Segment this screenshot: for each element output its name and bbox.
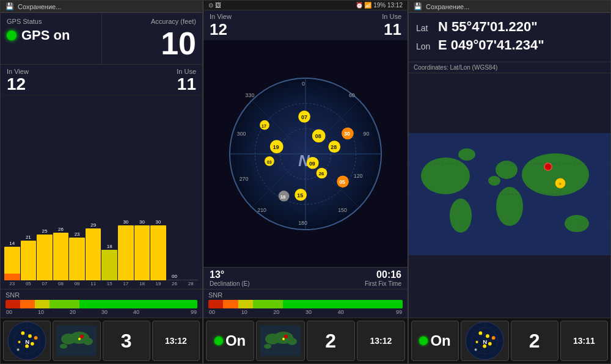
thumb-radar-left[interactable]: N xyxy=(3,321,51,361)
on-dot-mid xyxy=(214,337,223,345)
bar-body xyxy=(86,228,101,280)
svg-text:17: 17 xyxy=(262,123,266,128)
view-use-row-left: In View 12 In Use 11 xyxy=(1,65,202,96)
svg-point-72 xyxy=(496,161,518,179)
snr-green2 xyxy=(79,300,197,308)
svg-text:210: 210 xyxy=(257,206,266,213)
svg-point-91 xyxy=(476,341,478,343)
svg-point-89 xyxy=(479,331,483,335)
bar-label: 07 xyxy=(42,281,47,286)
svg-text:09: 09 xyxy=(309,160,315,166)
lat-value: N 55°47'01.220" xyxy=(438,19,538,35)
fix-time-label: First Fix Time xyxy=(365,280,401,287)
lon-row: Lon E 049°07'41.234" xyxy=(416,37,603,53)
svg-text:330: 330 xyxy=(246,92,255,98)
svg-point-7 xyxy=(18,341,21,343)
bar-body xyxy=(53,233,69,280)
svg-point-5 xyxy=(21,331,24,335)
svg-text:150: 150 xyxy=(338,206,347,213)
accuracy-label: Accuracy (feet) xyxy=(108,18,197,25)
in-use-label-mid: In Use xyxy=(382,13,401,20)
thumb-number-value-mid: 2 xyxy=(325,330,336,352)
in-use-value-mid: 11 xyxy=(382,20,401,39)
gps-on-text: GPS on xyxy=(21,27,70,43)
save-icon-right: 💾 xyxy=(414,2,422,10)
world-map-svg: ☀ xyxy=(409,73,610,315)
lat-coords: 55°47'01.220" xyxy=(452,19,538,34)
bar-col-09: 2309 xyxy=(69,231,85,286)
bar-label: 09 xyxy=(75,281,80,286)
svg-point-71 xyxy=(450,198,472,233)
thumb-number-right: 2 xyxy=(511,321,558,361)
bar-top-num: 30 xyxy=(123,219,128,225)
bar-label: 23 xyxy=(9,281,15,286)
in-use-block-mid: In Use 11 xyxy=(382,13,401,39)
thumb-time-left: 13:12 xyxy=(152,321,200,361)
svg-point-77 xyxy=(488,176,500,186)
svg-point-19 xyxy=(78,338,81,340)
svg-point-8 xyxy=(31,342,34,346)
in-use-value: 11 xyxy=(177,75,196,94)
on-text-mid: On xyxy=(225,332,246,349)
panel-right: 💾 Сохранение... Lat N 55°47'01.220" Lon … xyxy=(408,0,611,364)
panel-mid: ⊙ 🖼 ⏰ 📶 19% 13:12 In View 12 In Use 11 xyxy=(203,0,408,364)
radar-info: 13° Declination (E) 00:16 First Fix Time xyxy=(203,267,408,289)
thumb-on-right[interactable]: On xyxy=(411,321,459,361)
bar-top-num: 30 xyxy=(156,219,161,225)
svg-text:0: 0 xyxy=(302,80,305,86)
svg-point-68 xyxy=(282,338,285,340)
on-dot-right xyxy=(419,337,428,345)
thumb-number-value-left: 3 xyxy=(121,330,132,352)
mini-radar-svg-left: N xyxy=(4,321,50,360)
snr-bar-mid xyxy=(208,300,403,308)
svg-text:26: 26 xyxy=(319,171,324,177)
svg-text:07: 07 xyxy=(301,114,307,120)
bar-top-num: 18 xyxy=(107,244,112,249)
snr-yellow xyxy=(35,300,49,308)
fix-time-value: 00:16 xyxy=(365,269,401,280)
mid-top-bar: ⊙ 🖼 ⏰ 📶 19% 13:12 xyxy=(203,1,408,10)
gps-status-row: GPS Status GPS on Accuracy (feet) 10 xyxy=(1,13,202,65)
bar-label: 11 xyxy=(90,281,96,286)
thumb-time-right: 13:11 xyxy=(560,321,608,361)
snr-label-mid: SNR xyxy=(208,291,403,299)
svg-text:N: N xyxy=(25,338,29,345)
bar-top-num: 23 xyxy=(75,231,80,237)
thumb-number-mid: 2 xyxy=(307,321,355,361)
svg-text:18: 18 xyxy=(280,194,286,199)
declination-block: 13° Declination (E) xyxy=(210,269,250,287)
bar-body xyxy=(69,238,85,280)
svg-point-70 xyxy=(421,158,470,194)
gps-on-display: GPS on xyxy=(7,27,95,43)
bar-label: 26 xyxy=(172,281,177,286)
bar-col-05: 2105 xyxy=(21,235,37,286)
in-view-block-mid: In View 12 xyxy=(210,13,232,39)
in-view-value: 12 xyxy=(7,75,29,94)
lon-dir: E xyxy=(438,37,447,53)
svg-point-16 xyxy=(83,338,93,345)
snr-red-mid xyxy=(208,300,223,308)
thumb-map-mid[interactable] xyxy=(256,321,304,361)
on-indicator-right: On xyxy=(419,332,450,349)
gps-dot xyxy=(7,31,16,40)
snr-bar-left xyxy=(5,300,197,308)
bar-body xyxy=(4,247,20,280)
thumb-radar-right[interactable]: N xyxy=(461,321,508,361)
lat-dir: N xyxy=(438,19,448,34)
gps-box: GPS Status GPS on xyxy=(1,13,102,64)
declination-label: Declination (E) xyxy=(210,280,250,287)
snr-orange-mid xyxy=(223,300,238,308)
svg-text:19: 19 xyxy=(273,144,279,150)
svg-text:28: 28 xyxy=(331,144,337,150)
svg-point-74 xyxy=(522,153,589,196)
bar-chart: 1423210525072608230929111815301730183019… xyxy=(4,98,199,288)
bottom-thumbs-right: On N 2 13:11 xyxy=(409,318,610,363)
svg-text:05: 05 xyxy=(339,179,345,185)
thumb-on-mid[interactable]: On xyxy=(206,321,254,361)
mini-map-svg-mid xyxy=(260,326,301,356)
thumb-map-left[interactable] xyxy=(53,321,100,361)
snr-ticks-left: 00 10 20 30 40 99 xyxy=(5,309,197,315)
svg-point-75 xyxy=(565,215,589,232)
radar-svg: 0 60 90 120 150 180 210 270 300 330 N 07… xyxy=(227,76,384,232)
gps-status-label: GPS Status xyxy=(7,18,95,25)
